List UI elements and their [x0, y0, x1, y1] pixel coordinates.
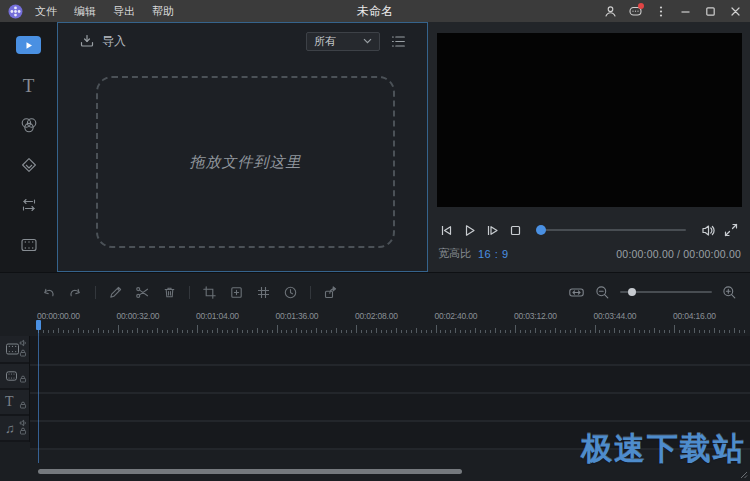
fullscreen-icon[interactable] — [722, 221, 740, 239]
filters-icon — [19, 115, 39, 135]
timeline-zoom-slider[interactable] — [620, 291, 712, 293]
sidebar-item-elements[interactable] — [9, 228, 49, 262]
track-headers: T ♫ — [0, 336, 30, 442]
seek-handle[interactable] — [536, 225, 546, 235]
aspect-ratio-value[interactable]: 16 : 9 — [478, 248, 509, 260]
ruler-timestamp: 00:00:00.00 — [37, 311, 80, 321]
ruler-timestamp: 00:01:04.00 — [196, 311, 239, 321]
video-track-header[interactable] — [0, 336, 29, 364]
media-filter-dropdown[interactable]: 所有 — [306, 32, 380, 51]
undo-button[interactable] — [40, 284, 57, 301]
edit-button[interactable] — [107, 284, 124, 301]
horizontal-scrollbar[interactable] — [38, 469, 462, 474]
timecode-display: 00:00:00.00 / 00:00:00.00 — [616, 248, 741, 260]
render-button[interactable] — [322, 284, 339, 301]
zoom-in-button[interactable] — [721, 284, 738, 301]
ruler-ticks — [0, 322, 750, 335]
account-icon[interactable] — [604, 5, 617, 18]
zoom-slider-handle[interactable] — [628, 288, 636, 296]
feedback-icon[interactable] — [629, 5, 642, 18]
mute-toggle[interactable] — [19, 419, 27, 427]
text-track-toggles — [19, 390, 27, 412]
text-icon: T — [5, 395, 14, 409]
mute-toggle[interactable] — [19, 339, 27, 347]
music-icon: ♫ — [5, 422, 15, 435]
lock-toggle[interactable] — [19, 375, 27, 383]
menu-edit[interactable]: 编辑 — [74, 4, 96, 19]
stop-button[interactable] — [506, 221, 524, 239]
current-time: 00:00:00.00 — [616, 248, 674, 260]
track-row-text[interactable] — [30, 394, 750, 422]
app-logo-icon — [8, 4, 23, 19]
sidebar-item-media[interactable] — [9, 28, 49, 62]
sidebar: T — [0, 22, 57, 272]
scrollbar-thumb[interactable] — [38, 469, 462, 474]
media-dropzone[interactable]: 拖放文件到这里 — [96, 76, 395, 248]
menu-file[interactable]: 文件 — [35, 4, 57, 19]
seek-slider[interactable] — [537, 229, 686, 231]
lock-toggle[interactable] — [19, 427, 27, 435]
elements-film-icon — [19, 235, 39, 255]
previous-frame-button[interactable] — [437, 221, 455, 239]
close-button[interactable] — [729, 5, 742, 18]
audio-track-toggles — [19, 416, 27, 438]
sidebar-item-filters[interactable] — [9, 108, 49, 142]
lock-toggle[interactable] — [19, 401, 27, 409]
playback-controls — [437, 217, 740, 243]
play-button[interactable] — [460, 221, 478, 239]
menu-bar: 文件 编辑 导出 帮助 — [35, 4, 174, 19]
time-separator: / — [674, 248, 683, 260]
timeline-zoom-controls — [568, 284, 738, 301]
audio-track-header[interactable]: ♫ — [0, 416, 29, 442]
track-row-pip[interactable] — [30, 366, 750, 394]
menu-help[interactable]: 帮助 — [152, 4, 174, 19]
fit-timeline-button[interactable] — [568, 284, 585, 301]
import-button[interactable]: 导入 — [79, 33, 126, 50]
redo-button[interactable] — [67, 284, 84, 301]
text-track-header[interactable]: T — [0, 390, 29, 416]
maximize-button[interactable] — [704, 5, 717, 18]
preview-info-bar: 宽高比 16 : 9 00:00:00.00 / 00:00:00.00 — [438, 246, 741, 261]
video-viewport — [437, 33, 742, 207]
more-menu-icon[interactable] — [654, 5, 667, 18]
watermark: 极速下载站 — [581, 428, 746, 470]
titlebar-controls — [604, 5, 742, 18]
ruler-timestamp: 00:01:36.00 — [276, 311, 319, 321]
freeze-frame-button[interactable] — [228, 284, 245, 301]
ruler-timestamp: 00:03:12.00 — [514, 311, 557, 321]
media-filter-value: 所有 — [314, 34, 336, 49]
film-icon — [5, 342, 20, 356]
overlay-icon — [19, 155, 39, 175]
toolbar-divider — [310, 286, 311, 299]
cut-button[interactable] — [134, 284, 151, 301]
track-row-video[interactable] — [30, 336, 750, 366]
media-panel-header: 导入 所有 — [58, 23, 427, 59]
playhead-line — [38, 329, 39, 463]
pip-track-header[interactable] — [0, 364, 29, 390]
sidebar-item-overlays[interactable] — [9, 148, 49, 182]
delete-button[interactable] — [161, 284, 178, 301]
sidebar-item-text[interactable]: T — [9, 68, 49, 102]
minimize-button[interactable] — [679, 5, 692, 18]
ruler-timestamp: 00:03:44.00 — [594, 311, 637, 321]
pip-track-toggles — [19, 364, 27, 386]
duration-button[interactable] — [282, 284, 299, 301]
zoom-out-button[interactable] — [594, 284, 611, 301]
next-frame-button[interactable] — [483, 221, 501, 239]
sidebar-item-transitions[interactable] — [9, 188, 49, 222]
media-play-icon — [16, 36, 41, 54]
ruler-timestamp: 00:02:08.00 — [355, 311, 398, 321]
volume-icon[interactable] — [699, 221, 717, 239]
app-window: 文件 编辑 导出 帮助 未命名 — [0, 0, 750, 481]
lock-toggle[interactable] — [19, 349, 27, 357]
menu-export[interactable]: 导出 — [113, 4, 135, 19]
list-view-icon[interactable] — [390, 33, 406, 49]
dropzone-hint: 拖放文件到这里 — [190, 153, 302, 172]
mosaic-button[interactable] — [255, 284, 272, 301]
seek-track[interactable] — [537, 229, 686, 231]
crop-button[interactable] — [201, 284, 218, 301]
timeline-ruler[interactable]: 00:00:00.0000:00:32.0000:01:04.0000:01:3… — [0, 310, 750, 336]
notification-badge — [638, 3, 644, 9]
resize-grip[interactable] — [739, 470, 748, 479]
ruler-timestamp: 00:04:16.00 — [673, 311, 716, 321]
